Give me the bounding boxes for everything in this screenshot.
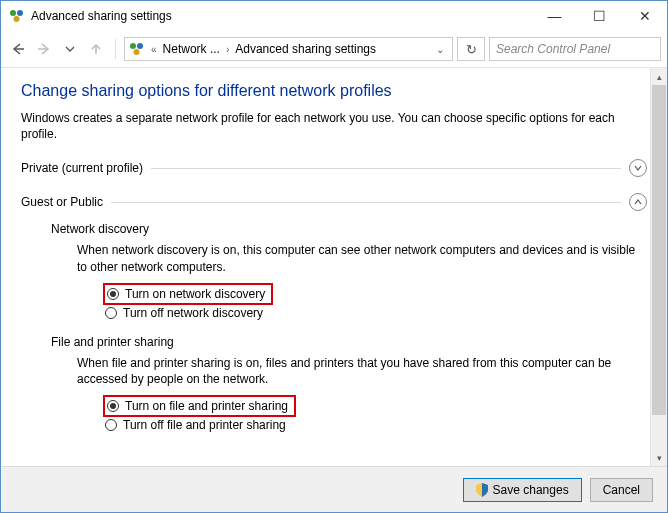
group-title: Network discovery — [51, 222, 647, 236]
content-area: Change sharing options for different net… — [1, 68, 667, 466]
group-title: File and printer sharing — [51, 335, 647, 349]
button-label: Cancel — [603, 483, 640, 497]
close-button[interactable]: ✕ — [622, 1, 667, 31]
scroll-up-button[interactable]: ▴ — [651, 68, 667, 85]
section-rule — [151, 168, 621, 169]
radio-on-network-discovery[interactable] — [107, 288, 119, 300]
radio-label[interactable]: Turn on network discovery — [125, 287, 265, 301]
section-label: Private (current profile) — [21, 161, 143, 175]
breadcrumb-bar[interactable]: « Network ... › Advanced sharing setting… — [124, 37, 453, 61]
section-private[interactable]: Private (current profile) — [21, 156, 647, 180]
group-description: When network discovery is on, this compu… — [51, 242, 647, 274]
shield-icon — [476, 483, 488, 497]
radio-label[interactable]: Turn off network discovery — [123, 306, 263, 320]
page-description: Windows creates a separate network profi… — [21, 110, 647, 142]
control-panel-icon — [129, 41, 145, 57]
back-button[interactable] — [7, 38, 29, 60]
svg-point-4 — [137, 43, 143, 49]
svg-point-0 — [10, 10, 16, 16]
minimize-button[interactable]: — — [532, 1, 577, 31]
breadcrumb-dropdown[interactable]: ⌄ — [432, 44, 448, 55]
radio-on-file-printer[interactable] — [107, 400, 119, 412]
up-button[interactable] — [85, 38, 107, 60]
window-title: Advanced sharing settings — [31, 9, 172, 23]
navigation-toolbar: « Network ... › Advanced sharing setting… — [1, 31, 667, 67]
chevron-icon[interactable]: › — [226, 44, 229, 55]
titlebar: Advanced sharing settings — ☐ ✕ — [1, 1, 667, 31]
highlight-box: Turn on file and printer sharing — [103, 395, 296, 417]
button-label: Save changes — [493, 483, 569, 497]
save-changes-button[interactable]: Save changes — [463, 478, 582, 502]
collapse-icon[interactable] — [629, 193, 647, 211]
file-printer-group: File and printer sharing When file and p… — [21, 335, 647, 433]
chevron-icon[interactable]: « — [151, 44, 157, 55]
forward-button[interactable] — [33, 38, 55, 60]
svg-point-2 — [14, 16, 20, 22]
control-panel-icon — [9, 8, 25, 24]
radio-off-file-printer[interactable] — [105, 419, 117, 431]
svg-point-3 — [130, 43, 136, 49]
radio-label[interactable]: Turn on file and printer sharing — [125, 399, 288, 413]
cancel-button[interactable]: Cancel — [590, 478, 653, 502]
section-label: Guest or Public — [21, 195, 103, 209]
highlight-box: Turn on network discovery — [103, 283, 273, 305]
refresh-button[interactable]: ↻ — [457, 37, 485, 61]
page-heading: Change sharing options for different net… — [21, 82, 647, 100]
section-guest-public[interactable]: Guest or Public — [21, 190, 647, 214]
radio-label[interactable]: Turn off file and printer sharing — [123, 418, 286, 432]
maximize-button[interactable]: ☐ — [577, 1, 622, 31]
scroll-thumb[interactable] — [652, 85, 666, 415]
group-description: When file and printer sharing is on, fil… — [51, 355, 647, 387]
expand-icon[interactable] — [629, 159, 647, 177]
breadcrumb-item[interactable]: Network ... — [163, 42, 220, 56]
recent-dropdown[interactable] — [59, 38, 81, 60]
network-discovery-group: Network discovery When network discovery… — [21, 222, 647, 320]
svg-point-1 — [17, 10, 23, 16]
svg-point-5 — [134, 49, 140, 55]
vertical-scrollbar[interactable]: ▴ ▾ — [650, 68, 667, 466]
footer-bar: Save changes Cancel — [1, 466, 667, 512]
radio-off-network-discovery[interactable] — [105, 307, 117, 319]
toolbar-divider — [115, 39, 116, 59]
breadcrumb-item[interactable]: Advanced sharing settings — [235, 42, 376, 56]
scroll-down-button[interactable]: ▾ — [651, 449, 667, 466]
search-input[interactable]: Search Control Panel — [489, 37, 661, 61]
section-rule — [111, 202, 621, 203]
